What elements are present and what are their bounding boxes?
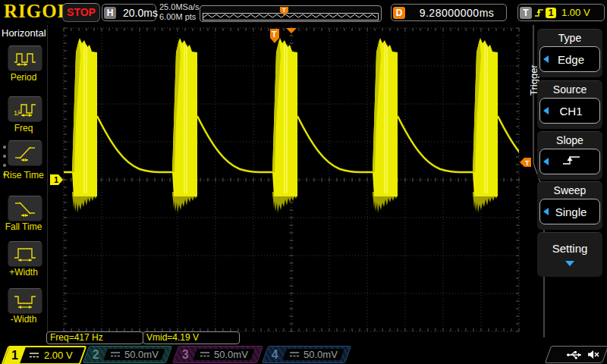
delay-box[interactable]: D 9.28000000ms [391,4,507,21]
delay-value: 9.28000000ms [420,7,495,19]
sweep-value: Single [549,206,593,218]
trigger-menu-panel: Trigger Type Edge Source CH1 Slope Sweep [531,25,607,337]
freq-icon: 1/ [13,101,37,118]
setting-label: Setting [537,233,602,255]
channel-4-number: 4 [272,348,278,362]
type-value: Edge [549,53,593,66]
trigger-level-value: 1.00 V [561,7,590,18]
trigger-status-box[interactable]: T 1 1.00 V [517,4,605,21]
channel-4-scale: 50.0mV [304,349,338,360]
dc-coupling-icon [110,351,121,358]
period-icon [13,50,37,67]
freq-label: Freq [0,123,47,133]
source-value: CH1 [549,105,593,118]
rising-edge-icon [561,154,581,167]
trigger-setting-softkey[interactable]: Setting [537,232,602,277]
dc-coupling-icon [289,351,300,358]
channel-2-scale: 50.0mV [124,349,159,360]
menu-page-dot [3,155,6,158]
trigger-sweep-softkey[interactable]: Sweep Single [537,181,602,230]
slope-value-box [539,149,600,174]
menu-page-dot [3,146,6,149]
slope-label: Slope [537,132,602,146]
type-label: Type [537,30,602,44]
left-arrow-icon [543,55,549,63]
channel-1-scale: 2.00 V [44,350,73,361]
delay-badge: D [393,7,405,19]
measurement-vmid[interactable]: Vmid=4.19 V [143,331,240,344]
type-value-box: Edge [539,46,600,72]
channel-3-status[interactable]: 3 50.0mV [172,346,263,363]
svg-text:1: 1 [54,175,58,184]
trigger-slope-softkey[interactable]: Slope [537,131,602,180]
trigger-source-badge: 1 [546,8,556,18]
measurement-freq[interactable]: Freq=417 Hz [46,331,143,344]
acquisition-info: 25.0MSa/s 6.00M pts [159,2,200,22]
sweep-label: Sweep [537,182,602,196]
trigger-source-softkey[interactable]: Source CH1 [537,80,602,129]
channel-3-scale: 50.0mV [214,349,248,360]
svg-text:T: T [525,159,530,167]
left-arrow-icon [543,107,549,115]
channel-4-status[interactable]: 4 50.0mV [262,346,351,363]
fall-time-label: Fall Time [0,221,47,232]
plus-width-label: +Width [0,267,47,278]
channel-4-scale-box: 50.0mV [282,349,344,360]
usb-icon [566,350,583,359]
horizontal-timebase-box[interactable]: H 20.0ms [102,4,156,21]
sweep-value-box: Single [539,199,600,224]
channel-1-status[interactable]: 1 2.00 V [1,346,86,364]
channel-status-bar: 1 2.00 V 2 50.0mV 3 [0,345,607,364]
channel-2-scale-box: 50.0mV [103,349,165,360]
source-label: Source [537,81,602,96]
rise-time-label: Rise Time [0,170,47,180]
minus-width-label: -Width [0,314,47,325]
waveform-display[interactable]: 1TT [47,25,531,337]
rise-time-button[interactable] [8,140,42,166]
memory-window-band [203,13,379,20]
speaker-muted-icon [587,350,600,359]
memory-depth: 6.00M pts [159,12,200,22]
freq-button[interactable]: 1/ [8,96,42,122]
trigger-slope-icon [534,8,544,18]
rigol-logo: RIGOL [4,1,71,22]
top-status-bar: RIGOL STOP H 20.0ms 25.0MSa/s 6.00M pts … [0,0,607,25]
fall-time-button[interactable] [8,196,42,221]
slope-value [549,154,593,169]
plus-width-icon [13,246,37,262]
sample-rate: 25.0MSa/s [159,2,200,12]
svg-text:T: T [272,30,277,39]
rise-time-icon [13,145,37,162]
trigger-position-marker-icon [286,28,297,33]
plus-width-button[interactable] [8,241,42,267]
left-arrow-icon [543,208,549,215]
system-icons [545,346,607,363]
period-button[interactable] [8,46,42,71]
waveform-memory-preview[interactable]: T [200,5,382,22]
source-value-box: CH1 [539,98,600,124]
fall-time-icon [13,200,37,217]
svg-text:1/: 1/ [14,109,20,117]
dc-coupling-icon [29,352,39,359]
ch1-trace [64,38,531,213]
menu-page-dot [3,164,6,167]
trigger-badge: T [520,7,532,19]
minus-width-icon [13,293,37,309]
horizontal-measure-menu: Horizontal Period 1/ Freq Rise Time [0,25,48,337]
period-label: Period [0,72,47,83]
timebase-value: 20.0ms [123,7,158,19]
run-stop-status[interactable]: STOP [62,3,100,22]
left-arrow-icon [543,158,549,165]
trigger-type-softkey[interactable]: Type Edge [537,29,602,77]
minus-width-button[interactable] [8,288,42,314]
channel-3-number: 3 [182,348,189,362]
channel-3-scale-box: 50.0mV [193,349,254,360]
memory-waveform-icon [203,14,376,18]
dc-coupling-icon [200,351,210,358]
channel-1-number: 1 [3,347,26,363]
channel-2-number: 2 [93,348,99,362]
down-arrow-icon [565,261,574,266]
left-menu-title: Horizontal [2,27,46,39]
channel-2-status[interactable]: 2 50.0mV [83,346,172,363]
h-badge: H [104,7,116,19]
